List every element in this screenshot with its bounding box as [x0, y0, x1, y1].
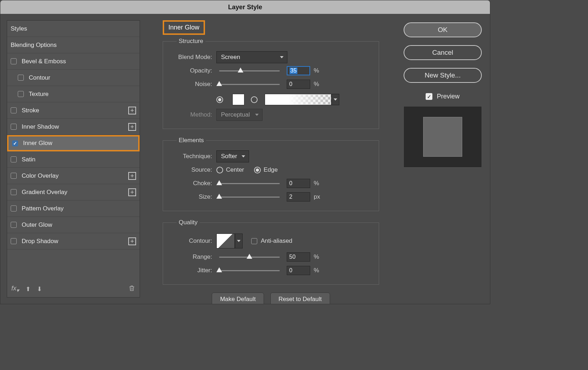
- ok-button[interactable]: OK: [404, 22, 482, 37]
- trash-icon[interactable]: [128, 285, 135, 293]
- cancel-button[interactable]: Cancel: [404, 45, 482, 60]
- preview-swatch: [423, 117, 462, 157]
- source-label: Source:: [170, 166, 216, 173]
- range-label: Range:: [170, 253, 216, 261]
- choke-label: Choke:: [170, 180, 216, 187]
- glow-gradient-radio[interactable]: [251, 96, 258, 103]
- choke-slider[interactable]: [219, 183, 280, 184]
- checkbox-icon[interactable]: [11, 58, 17, 64]
- checkbox-icon[interactable]: [11, 238, 17, 244]
- choke-input[interactable]: 0: [287, 179, 310, 188]
- sidebar-item-label: Texture: [29, 91, 49, 98]
- sidebar-item-label: Pattern Overlay: [22, 205, 64, 212]
- sidebar-item-inner-glow[interactable]: Inner Glow: [7, 135, 140, 151]
- source-center-radio[interactable]: [216, 167, 223, 173]
- sidebar-item-color-overlay[interactable]: Color Overlay +: [7, 168, 140, 184]
- range-input[interactable]: 50: [287, 252, 310, 262]
- unit-label: %: [314, 267, 319, 274]
- plus-icon[interactable]: +: [128, 172, 136, 180]
- sidebar-item-outer-glow[interactable]: Outer Glow: [7, 217, 140, 233]
- action-column: OK Cancel New Style... ✓ Preview: [402, 20, 484, 297]
- checkbox-icon[interactable]: [11, 189, 17, 195]
- plus-icon[interactable]: +: [128, 188, 136, 196]
- sidebar-item-stroke[interactable]: Stroke +: [7, 102, 140, 119]
- anti-alias-label: Anti-aliased: [261, 237, 292, 245]
- new-style-button[interactable]: New Style...: [404, 68, 482, 83]
- checkbox-icon[interactable]: [12, 140, 18, 146]
- glow-color-swatch[interactable]: [232, 94, 244, 105]
- sidebar-item-label: Bevel & Emboss: [22, 58, 66, 65]
- noise-input[interactable]: 0: [287, 80, 310, 89]
- contour-picker[interactable]: [216, 234, 235, 248]
- opacity-slider[interactable]: [219, 70, 280, 71]
- checkbox-icon[interactable]: [11, 156, 17, 162]
- opacity-input[interactable]: 35: [287, 66, 310, 75]
- source-edge-radio[interactable]: [254, 167, 261, 173]
- plus-icon[interactable]: +: [128, 123, 136, 131]
- sidebar-styles[interactable]: Styles: [7, 21, 140, 37]
- sidebar-item-drop-shadow[interactable]: Drop Shadow +: [7, 233, 140, 250]
- range-slider[interactable]: [219, 257, 280, 258]
- sidebar-item-bevel-emboss[interactable]: Bevel & Emboss: [7, 53, 140, 70]
- elements-group: Elements Technique: Softer Source: Cente…: [163, 137, 379, 211]
- glow-color-radio[interactable]: [216, 96, 223, 103]
- anti-alias-checkbox[interactable]: [251, 238, 257, 244]
- contour-label: Contour:: [170, 237, 216, 245]
- jitter-slider[interactable]: [219, 270, 280, 271]
- sidebar-item-label: Gradient Overlay: [22, 189, 68, 196]
- layer-style-dialog: Layer Style Styles Blending Options Beve…: [0, 0, 490, 304]
- technique-select[interactable]: Softer: [216, 150, 249, 162]
- panel-title: Inner Glow: [163, 20, 205, 35]
- preview-checkbox[interactable]: ✓: [426, 93, 432, 100]
- checkbox-icon[interactable]: [11, 107, 17, 113]
- checkbox-icon[interactable]: [11, 173, 17, 179]
- sidebar-item-texture[interactable]: Texture: [7, 86, 140, 102]
- unit-label: %: [314, 67, 319, 74]
- size-input[interactable]: 2: [287, 192, 310, 202]
- sidebar-blending-options[interactable]: Blending Options: [7, 37, 140, 53]
- sidebar-item-gradient-overlay[interactable]: Gradient Overlay +: [7, 184, 140, 200]
- quality-group: Quality Contour: Anti-aliased Range: 50 …: [163, 219, 379, 285]
- sidebar-item-label: Drop Shadow: [22, 238, 58, 245]
- checkbox-icon[interactable]: [11, 222, 17, 228]
- sidebar-item-label: Inner Glow: [23, 140, 52, 147]
- sidebar-item-contour[interactable]: Contour: [7, 70, 140, 86]
- jitter-input[interactable]: 0: [287, 266, 310, 275]
- technique-label: Technique:: [170, 153, 216, 160]
- checkbox-icon[interactable]: [11, 124, 17, 130]
- settings-panel: Inner Glow Structure Blend Mode: Screen …: [161, 20, 381, 297]
- sidebar-item-label: Satin: [22, 156, 36, 163]
- sidebar-item-label: Color Overlay: [22, 172, 59, 179]
- move-up-icon[interactable]: ⬆: [26, 285, 31, 293]
- sidebar-item-satin[interactable]: Satin: [7, 151, 140, 168]
- fx-menu-icon[interactable]: fx▾: [11, 285, 19, 294]
- blend-mode-select[interactable]: Screen: [216, 51, 287, 63]
- sidebar-item-label: Contour: [29, 74, 50, 81]
- sidebar-item-pattern-overlay[interactable]: Pattern Overlay: [7, 200, 140, 217]
- opacity-label: Opacity:: [170, 67, 216, 74]
- noise-slider[interactable]: [219, 84, 280, 85]
- glow-gradient-picker[interactable]: [265, 94, 331, 105]
- gradient-dropdown-icon[interactable]: [331, 94, 339, 105]
- checkbox-icon[interactable]: [11, 205, 17, 211]
- plus-icon[interactable]: +: [128, 107, 136, 114]
- contour-dropdown-icon[interactable]: [235, 234, 243, 248]
- make-default-button[interactable]: Make Default: [212, 293, 264, 304]
- group-title: Structure: [177, 38, 205, 45]
- sidebar-item-label: Outer Glow: [22, 221, 52, 229]
- sidebar-item-label: Inner Shadow: [22, 123, 59, 130]
- checkbox-icon[interactable]: [18, 75, 24, 81]
- structure-group: Structure Blend Mode: Screen Opacity: 35…: [163, 38, 379, 129]
- dialog-title: Layer Style: [0, 0, 490, 14]
- group-title: Elements: [177, 137, 206, 144]
- sidebar-footer: fx▾ ⬆ ⬇: [7, 281, 140, 297]
- method-label: Method:: [170, 111, 216, 118]
- blend-mode-label: Blend Mode:: [170, 54, 216, 61]
- checkbox-icon[interactable]: [18, 91, 24, 97]
- size-label: Size:: [170, 193, 216, 200]
- reset-default-button[interactable]: Reset to Default: [270, 293, 330, 304]
- move-down-icon[interactable]: ⬇: [37, 285, 42, 293]
- plus-icon[interactable]: +: [128, 237, 136, 245]
- sidebar-item-inner-shadow[interactable]: Inner Shadow +: [7, 119, 140, 135]
- size-slider[interactable]: [219, 197, 280, 198]
